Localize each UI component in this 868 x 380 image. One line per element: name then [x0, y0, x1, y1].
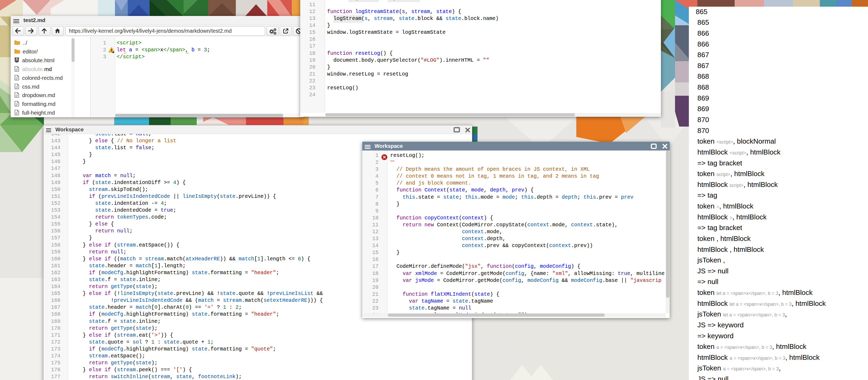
svg-text:5: 5: [16, 58, 18, 61]
